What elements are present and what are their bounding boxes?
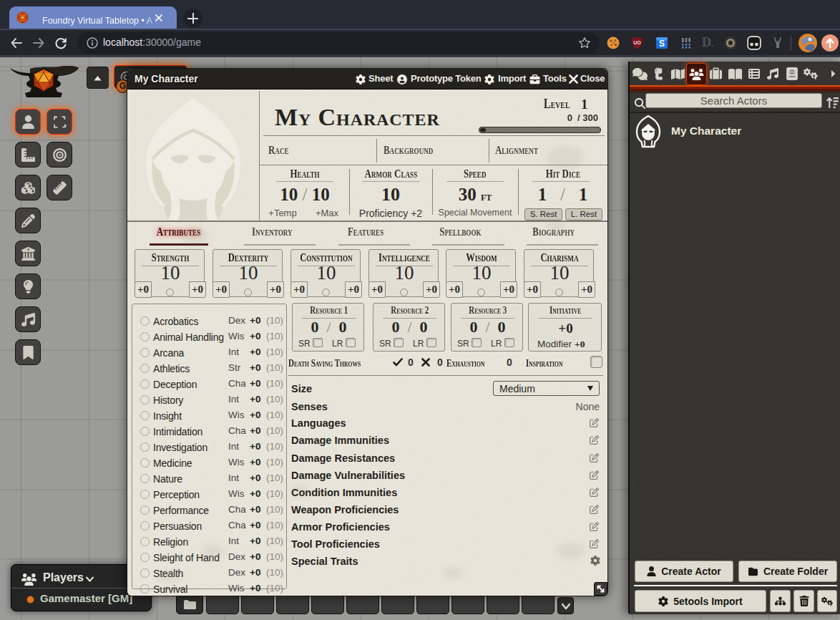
svg-text:UO: UO [633, 40, 641, 45]
svg-text:S: S [659, 39, 665, 49]
